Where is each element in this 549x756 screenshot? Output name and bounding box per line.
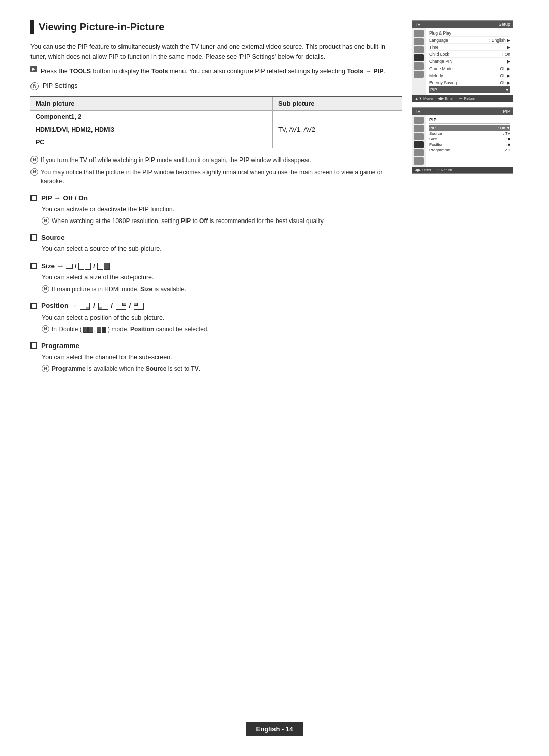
nav-icon-4-active <box>414 54 424 61</box>
nav-icon-6 <box>414 71 424 78</box>
table-header-sub: Sub picture <box>273 96 402 111</box>
note-icon-2: N <box>30 168 38 176</box>
size-icon-small <box>66 264 73 269</box>
checkbox-icon-source <box>30 234 37 241</box>
mockup1-footer-move: ▲▼ Move <box>415 96 433 101</box>
pip-menu-mockup: TV PIP PIP PIP: Off ▼ Sou <box>412 107 513 174</box>
mockup2-row-source: Source: TV <box>429 131 510 136</box>
mockup2-footer-return: ↩ Return <box>436 168 452 172</box>
section-pip-off-on-heading: PIP → Off / On <box>30 194 402 202</box>
mockup1-row-game: Game Mode: Off ▶ <box>429 65 510 72</box>
pos-icon-tl <box>134 303 144 310</box>
info-note-2: N You may notice that the picture in the… <box>30 168 402 186</box>
nav-icon2-4-active <box>414 141 424 148</box>
mockup1-row-time: Time▶ <box>429 44 510 51</box>
nav-icon2-2 <box>414 125 424 132</box>
mockup1-row-pip: PIP▼ <box>429 86 510 93</box>
note-icon-position: N <box>42 325 49 333</box>
pip-settings-label: PIP Settings <box>43 82 78 89</box>
main-content: Viewing Picture-in-Picture You can use t… <box>30 20 402 376</box>
mockup1-header: TV Setup <box>412 21 513 28</box>
mockup1-row-pin: Change PIN▶ <box>429 58 510 65</box>
tools-press-icon: ▶ <box>30 66 37 72</box>
note-icon-1: N <box>30 156 38 164</box>
tools-note-text: Press the TOOLS button to display the To… <box>41 66 385 76</box>
position-note-text: In Double ( , ) mode, Position cannot be… <box>52 325 209 334</box>
note-icon-size: N <box>42 285 49 293</box>
section-size-heading: Size → / / <box>30 262 402 270</box>
page-footer: English - 14 <box>30 717 518 736</box>
nav-icon2-1 <box>414 117 424 124</box>
mockup2-nav <box>412 115 426 167</box>
size-note-text: If main picture is in HDMI mode, Size is… <box>52 285 186 294</box>
position-note: N In Double ( , ) mode, Position cannot … <box>42 325 402 334</box>
mockup1-row-energy: Energy Saving: Off ▶ <box>429 79 510 86</box>
pos-icon-bl <box>98 303 108 310</box>
note-icon-pip-off-on: N <box>42 217 49 225</box>
page-container: Viewing Picture-in-Picture You can use t… <box>30 20 518 736</box>
mockup1-row-child: Child Lock: On <box>429 51 510 58</box>
table-row: PC <box>30 136 402 149</box>
pos-icon-tr <box>116 303 126 310</box>
content-area: Viewing Picture-in-Picture You can use t… <box>30 20 518 376</box>
mockup1-main: Plug & Play Language: English ▶ Time▶ Ch… <box>426 28 513 95</box>
nav-icon2-6 <box>414 158 424 165</box>
mockup2-footer-enter: ◀▶ Enter <box>415 168 431 172</box>
mockup2-header-left: TV <box>415 109 421 114</box>
programme-body: You can select the channel for the sub-s… <box>42 352 402 362</box>
mockup2-body: PIP PIP: Off ▼ Source: TV Size: ■ Positi… <box>412 115 513 167</box>
pip-table: Main picture Sub picture Component1, 2 H… <box>30 96 402 148</box>
nav-icon-3 <box>414 46 424 53</box>
tools-note: ▶ Press the TOOLS button to display the … <box>30 66 402 76</box>
mockup2-section-title: PIP <box>429 116 510 124</box>
table-cell-sub-1 <box>273 111 402 123</box>
pos-icon-br <box>80 303 90 310</box>
table-cell-sub-2: TV, AV1, AV2 <box>273 123 402 136</box>
nav-icon-5 <box>414 62 424 70</box>
mockup2-row-size: Size: ■ <box>429 136 510 142</box>
table-row: Component1, 2 <box>30 111 402 123</box>
info-note-2-text: You may notice that the picture in the P… <box>41 168 402 186</box>
pip-off-on-note: N When watching at the 1080P resolution,… <box>42 216 402 226</box>
nav-icon-1 <box>414 30 424 37</box>
mockup1-footer-return: ↩ Return <box>459 96 475 101</box>
intro-paragraph: You can use the PIP feature to simultane… <box>30 42 402 62</box>
mockup1-row-language: Language: English ▶ <box>429 37 510 44</box>
table-cell-sub-3 <box>273 136 402 149</box>
size-body: You can select a size of the sub-picture… <box>42 272 402 282</box>
checkbox-icon-size <box>30 263 37 269</box>
mockup1-body: Plug & Play Language: English ▶ Time▶ Ch… <box>412 28 513 95</box>
source-label: Source <box>41 234 65 241</box>
table-cell-main-2: HDMI1/DVI, HDMI2, HDMI3 <box>30 123 273 136</box>
pip-off-on-body: You can activate or deactivate the PIP f… <box>42 204 402 214</box>
section-title: Viewing Picture-in-Picture <box>30 20 402 34</box>
info-note-1: N If you turn the TV off while watching … <box>30 155 402 165</box>
mockup1-row-plug: Plug & Play <box>429 29 510 37</box>
table-cell-main-3: PC <box>30 136 273 149</box>
pip-settings-note: N PIP Settings <box>30 82 402 90</box>
pip-off-on-note-text: When watching at the 1080P resolution, s… <box>52 216 325 226</box>
info-note-1-text: If you turn the TV off while watching in… <box>41 155 311 165</box>
mockup2-row-position: Position: ■ <box>429 142 510 147</box>
section-source-heading: Source <box>30 234 402 241</box>
table-cell-main-1: Component1, 2 <box>30 111 273 123</box>
mockup2-row-pip: PIP: Off ▼ <box>429 125 510 131</box>
mockup1-footer: ▲▼ Move ◀▶ Enter ↩ Return <box>412 95 513 102</box>
footer-badge: English - 14 <box>246 722 303 736</box>
programme-note: N Programme is available when the Source… <box>42 364 402 373</box>
sidebar: TV Setup Plug & Play Language: Englis <box>412 20 518 376</box>
mockup1-nav <box>412 28 426 95</box>
size-label: Size → / / <box>41 262 110 270</box>
position-body: You can select a position of the sub-pic… <box>42 312 402 323</box>
pip-off-on-label: PIP → Off / On <box>41 194 88 202</box>
section-position-heading: Position → / / / <box>30 302 402 309</box>
checkbox-icon-pip <box>30 195 37 201</box>
nav-icon-2 <box>414 38 424 45</box>
mockup1-header-right: Setup <box>498 22 510 27</box>
size-note: N If main picture is in HDMI mode, Size … <box>42 285 402 294</box>
note-icon-pip-settings: N <box>30 82 39 90</box>
size-icon-triple <box>97 263 110 270</box>
mockup1-row-melody: Melody: Off ▶ <box>429 72 510 79</box>
size-icon-double <box>78 263 91 270</box>
position-label: Position → / / / <box>41 302 145 309</box>
